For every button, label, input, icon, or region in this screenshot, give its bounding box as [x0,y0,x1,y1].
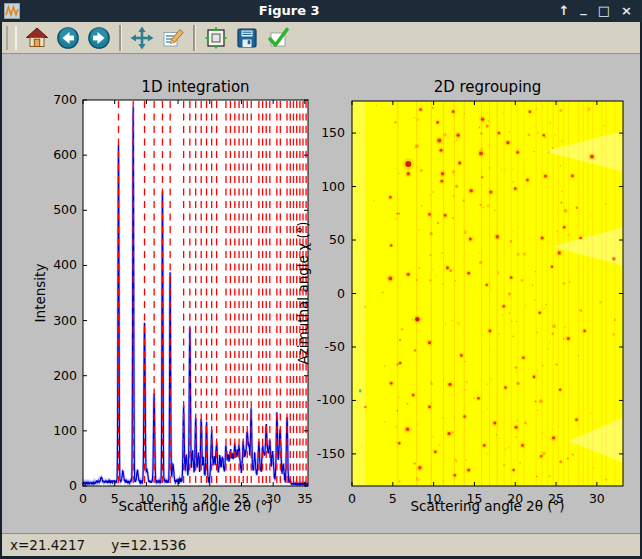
toolbar-separator [193,25,196,51]
tick-label: 500 [31,202,77,217]
tick-label: 600 [31,147,77,162]
toolbar-separator [119,25,122,51]
tick-label: 15 [163,491,193,506]
tick-label: 200 [31,368,77,383]
tick-label: 400 [31,257,77,272]
maximize-button[interactable]: □ [598,0,610,22]
tick-label: 10 [131,491,161,506]
tick-label: 0 [297,286,345,301]
pan-button[interactable] [128,24,156,52]
window-app-icon [4,3,20,19]
navigation-toolbar [2,22,640,54]
tick-label: 100 [297,179,345,194]
back-button[interactable] [54,24,82,52]
forward-button[interactable] [85,24,113,52]
tick-label: 20 [195,491,225,506]
minimize-button[interactable]: _ [580,0,587,19]
toolbar-grip[interactable] [6,26,17,50]
waveform-logo-icon [5,4,19,18]
tick-label: 0 [31,478,77,493]
status-bar: x=21.4217 y=12.1536 [2,533,640,556]
cursor-x-readout: x=21.4217 [10,537,85,553]
tick-label: 30 [258,491,288,506]
cursor-y-readout: y=12.1536 [111,537,186,553]
figure-canvas[interactable]: 1D integration 2D regrouping Scattering … [2,54,640,533]
tick-label: 0 [68,491,98,506]
window-title: Figure 3 [20,0,558,22]
green-checkmark-icon [266,26,290,50]
tick-label: 5 [378,491,408,506]
tick-label: 5 [100,491,130,506]
title-bar[interactable]: Figure 3 ↑ _ □ × [0,0,642,22]
tick-label: 100 [31,423,77,438]
tick-label: 0 [337,491,367,506]
tick-label: 25 [541,491,571,506]
tick-label: -50 [297,339,345,354]
left-plot-title: 1D integration [83,78,308,96]
subplot-arrows-icon [204,26,228,50]
tick-label: 20 [500,491,530,506]
floppy-disk-icon [235,26,259,50]
validate-button[interactable] [264,24,292,52]
tick-label: -100 [297,392,345,407]
tick-label: 30 [582,491,612,506]
customize-button[interactable] [159,24,187,52]
move-cross-icon [130,26,154,50]
shade-button[interactable]: ↑ [558,0,569,22]
arrow-right-circle-icon [87,26,111,50]
home-button[interactable] [23,24,51,52]
tick-label: 25 [226,491,256,506]
save-button[interactable] [233,24,261,52]
tick-label: -150 [297,446,345,461]
tick-label: 700 [31,92,77,107]
tick-label: 50 [297,232,345,247]
pencil-page-icon [161,26,185,50]
arrow-left-circle-icon [56,26,80,50]
tick-label: 15 [459,491,489,506]
right-plot-title: 2D regrouping [352,78,623,96]
close-button[interactable]: × [621,0,632,22]
house-icon [25,26,49,50]
tick-label: 150 [297,125,345,140]
tick-label: 300 [31,313,77,328]
figure-window: Figure 3 ↑ _ □ × [0,0,642,559]
configure-subplots-button[interactable] [202,24,230,52]
tick-label: 35 [290,491,320,506]
window-controls: ↑ _ □ × [558,0,632,22]
tick-label: 10 [419,491,449,506]
